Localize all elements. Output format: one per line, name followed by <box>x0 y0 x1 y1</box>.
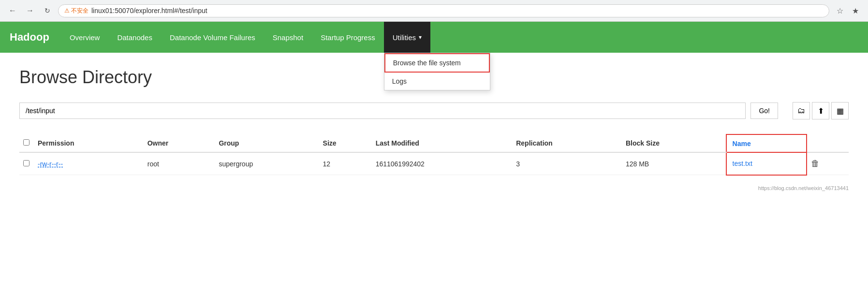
select-all-checkbox[interactable] <box>23 139 29 146</box>
row-name: test.txt <box>726 152 807 175</box>
nav-item-datanodes[interactable]: Datanodes <box>108 22 161 53</box>
star-button[interactable]: ☆ <box>833 4 847 17</box>
row-size: 12 <box>319 152 372 175</box>
file-table: Permission Owner Group Size Last Modifie… <box>19 134 849 176</box>
search-row: Go! 🗂 ⬆ ▦ <box>19 102 849 119</box>
upload-icon-button[interactable]: ⬆ <box>812 102 829 119</box>
row-owner: root <box>144 152 215 175</box>
go-button[interactable]: Go! <box>750 103 778 119</box>
footer-url: https://blog.csdn.net/weixin_46713441 <box>19 185 849 191</box>
navbar: Hadoop Overview Datanodes Datanode Volum… <box>0 22 868 53</box>
header-name: Name <box>726 134 807 152</box>
browser-chrome: ← → ↻ ⚠ 不安全 linux01:50070/explorer.html#… <box>0 0 868 22</box>
header-owner: Owner <box>144 134 215 152</box>
security-warning: ⚠ 不安全 <box>64 7 88 15</box>
security-text: 不安全 <box>71 7 88 15</box>
table-header-row: Permission Owner Group Size Last Modifie… <box>19 134 849 152</box>
forward-button[interactable]: → <box>23 4 37 17</box>
nav-item-startup-progress[interactable]: Startup Progress <box>312 22 384 53</box>
row-checkbox-cell <box>19 152 34 175</box>
row-permission: -rw-r--r-- <box>34 152 144 175</box>
header-size: Size <box>319 134 372 152</box>
header-group: Group <box>215 134 319 152</box>
row-last-modified: 1611061992402 <box>372 152 513 175</box>
row-checkbox[interactable] <box>23 160 29 166</box>
bookmark-button[interactable]: ★ <box>849 4 862 17</box>
reload-button[interactable]: ↻ <box>41 4 54 17</box>
utilities-wrapper: Utilities ▾ Browse the file system Logs <box>384 22 430 53</box>
nav-item-utilities[interactable]: Utilities ▾ <box>384 22 430 53</box>
action-icons: 🗂 ⬆ ▦ <box>793 102 849 119</box>
file-link[interactable]: test.txt <box>733 160 752 167</box>
path-input[interactable] <box>19 103 746 119</box>
back-button[interactable]: ← <box>6 4 19 17</box>
table-row: -rw-r--r-- root supergroup 12 1611061992… <box>19 152 849 175</box>
address-text[interactable]: linux01:50070/explorer.html#/test/input <box>91 7 207 15</box>
utilities-label: Utilities <box>393 33 416 42</box>
nav-item-snapshot[interactable]: Snapshot <box>264 22 312 53</box>
dropdown-item-browse[interactable]: Browse the file system <box>384 53 490 73</box>
header-actions <box>807 134 849 152</box>
row-delete: 🗑 <box>807 152 849 175</box>
header-checkbox <box>19 134 34 152</box>
row-replication: 3 <box>512 152 622 175</box>
utilities-dropdown: Browse the file system Logs <box>384 53 490 90</box>
header-permission: Permission <box>34 134 144 152</box>
row-block-size: 128 MB <box>622 152 726 175</box>
folder-icon-button[interactable]: 🗂 <box>793 102 810 119</box>
nav-item-datanode-volume-failures[interactable]: Datanode Volume Failures <box>161 22 264 53</box>
dropdown-item-logs[interactable]: Logs <box>384 73 490 90</box>
nav-item-overview[interactable]: Overview <box>61 22 109 53</box>
chevron-down-icon: ▾ <box>419 34 422 41</box>
header-replication: Replication <box>512 134 622 152</box>
header-block-size: Block Size <box>622 134 726 152</box>
address-bar: ⚠ 不安全 linux01:50070/explorer.html#/test/… <box>58 4 829 17</box>
delete-button[interactable]: 🗑 <box>811 159 820 169</box>
browser-actions: ☆ ★ <box>833 4 862 17</box>
permission-link[interactable]: -rw-r--r-- <box>38 160 63 168</box>
row-group: supergroup <box>215 152 319 175</box>
warning-icon: ⚠ <box>64 7 70 14</box>
brand-logo[interactable]: Hadoop <box>10 31 49 44</box>
table-icon-button[interactable]: ▦ <box>831 102 849 119</box>
header-last-modified: Last Modified <box>372 134 513 152</box>
